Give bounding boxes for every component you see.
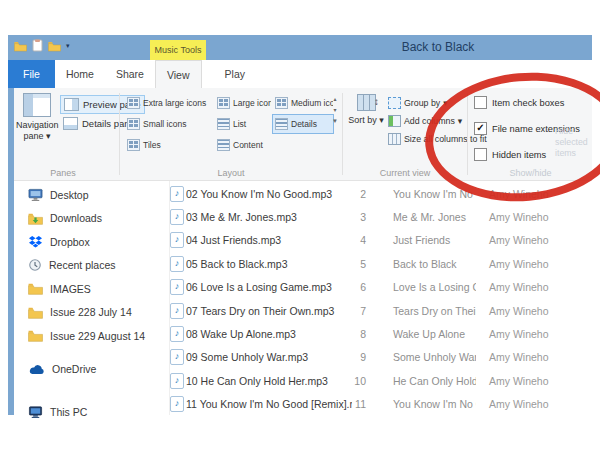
file-row[interactable]: ♪03 Me & Mr. Jones.mp33Me & Mr. JonesAmy…	[170, 205, 592, 228]
layout-item-label: Content	[233, 140, 263, 150]
sidebar-item-issue-229-august-14[interactable]: Issue 229 August 14	[14, 324, 169, 348]
track-number: 11	[352, 398, 366, 410]
paste-icon[interactable]	[32, 39, 43, 52]
gallery-more-icon[interactable]: ▼	[332, 116, 338, 127]
navigation-pane: DesktopDownloadsDropboxRecent placesIMAG…	[14, 183, 169, 424]
navigation-pane-label: Navigation pane	[16, 120, 59, 141]
dropbox-icon	[28, 235, 43, 249]
sidebar-item-images[interactable]: IMAGES	[14, 277, 169, 301]
qat-caret-icon[interactable]: ▾	[66, 42, 70, 50]
music-file-icon: ♪	[170, 326, 184, 342]
contributing-artist: Amy Wineho	[476, 328, 592, 340]
navigation-pane-button[interactable]: Navigation pane ▾	[16, 92, 58, 164]
layout-item-content[interactable]: Content	[214, 135, 272, 155]
checkbox-label: Hidden items	[492, 150, 546, 160]
track-title: Some Unholy War	[366, 351, 476, 363]
music-file-icon: ♪	[170, 232, 184, 248]
details-pane-icon	[63, 117, 78, 130]
sidebar-item-label: OneDrive	[52, 363, 96, 375]
sort-by-label: Sort by	[348, 115, 377, 125]
medium-icons-icon	[275, 97, 288, 109]
contextual-tab-music-tools[interactable]: Music Tools	[150, 40, 206, 60]
preview-pane-icon	[64, 98, 79, 111]
file-row[interactable]: ♪05 Back to Black.mp35Back to BlackAmy W…	[170, 252, 592, 275]
contributing-artist: Amy Wineho	[476, 188, 592, 200]
track-number: 7	[352, 305, 366, 317]
tab-play[interactable]: Play	[214, 60, 256, 88]
file-name: 07 Tears Dry on Their Own.mp3	[186, 305, 352, 317]
gallery-up-icon[interactable]: ▴	[333, 94, 336, 105]
add-columns-button[interactable]: Add columns ▾	[388, 113, 462, 129]
checkbox-icon-file-name-extensions[interactable]: ✓	[474, 122, 487, 135]
layout-item-extra-large-icons[interactable]: Extra large icons	[124, 93, 214, 113]
layout-item-label: Extra large icons	[143, 98, 206, 108]
layout-gallery: Extra large iconsLarge iconsMedium icons…	[124, 93, 334, 155]
layout-item-medium-icons[interactable]: Medium icons	[272, 93, 334, 113]
dropdown-caret-icon: ▾	[46, 131, 51, 141]
track-title: Just Friends	[366, 234, 476, 246]
file-row[interactable]: ♪06 Love Is a Losing Game.mp36Love Is a …	[170, 276, 592, 299]
file-row[interactable]: ♪11 You Know I'm No Good [Remix].mp311Yo…	[170, 393, 592, 416]
contributing-artist: Amy Wineho	[476, 211, 592, 223]
sidebar-item-desktop[interactable]: Desktop	[14, 183, 169, 207]
contributing-artist: Amy Wineho	[476, 258, 592, 270]
file-row[interactable]: ♪09 Some Unholy War.mp39Some Unholy WarA…	[170, 346, 592, 369]
checkbox-icon-hidden-items[interactable]	[474, 148, 487, 161]
tab-share[interactable]: Share	[105, 60, 155, 88]
current-view-group-label: Current view	[344, 168, 466, 178]
track-number: 9	[352, 351, 366, 363]
checkbox-hidden-items[interactable]: Hidden items	[474, 148, 546, 161]
file-name: 05 Back to Black.mp3	[186, 258, 352, 270]
track-title: You Know I'm No Good [...	[366, 398, 476, 410]
layout-item-tiles[interactable]: Tiles	[124, 135, 214, 155]
layout-item-small-icons[interactable]: Small icons	[124, 114, 214, 134]
quick-access-toolbar: ▾	[14, 39, 70, 52]
app-folder-icon[interactable]	[14, 40, 27, 52]
group-by-button[interactable]: Group by ▾	[388, 95, 448, 111]
file-row[interactable]: ♪07 Tears Dry on Their Own.mp37Tears Dry…	[170, 299, 592, 322]
music-file-icon: ♪	[170, 396, 184, 412]
file-row[interactable]: ♪08 Wake Up Alone.mp38Wake Up AloneAmy W…	[170, 322, 592, 345]
group-by-label: Group by	[404, 98, 440, 108]
extra-large-icons-icon	[127, 97, 140, 109]
layout-item-large-icons[interactable]: Large icons	[214, 93, 272, 113]
layout-item-details[interactable]: Details	[272, 114, 334, 134]
sort-by-button[interactable]: ↕ Sort by ▾	[348, 93, 384, 126]
contributing-artist: Amy Wineho	[476, 281, 592, 293]
tab-view[interactable]: View	[155, 60, 202, 88]
layout-item-label: Tiles	[143, 140, 161, 150]
gallery-scroll-arrows: ▴ ▾ ▼	[330, 94, 340, 126]
layout-item-list[interactable]: List	[214, 114, 272, 134]
checkbox-icon-item-check-boxes[interactable]	[474, 96, 487, 109]
dropdown-caret-icon: ▾	[379, 115, 384, 125]
sort-updown-icon: ↕	[374, 96, 379, 108]
sidebar-item-recent-places[interactable]: Recent places	[14, 254, 169, 278]
file-row[interactable]: ♪10 He Can Only Hold Her.mp310He Can Onl…	[170, 369, 592, 392]
tab-home[interactable]: Home	[55, 60, 105, 88]
tab-file[interactable]: File	[8, 60, 55, 88]
sidebar-item-this-pc[interactable]: This PC	[14, 400, 169, 424]
sidebar-item-onedrive[interactable]: OneDrive	[14, 358, 169, 382]
folder-icon	[28, 306, 43, 319]
dropdown-caret-icon: ▾	[458, 116, 462, 126]
sort-by-icon	[357, 94, 376, 111]
qat-folder-icon[interactable]	[48, 40, 61, 52]
large-icons-icon	[217, 97, 230, 109]
gallery-down-icon[interactable]: ▾	[333, 105, 336, 116]
desktop-icon	[28, 188, 43, 202]
file-row[interactable]: ♪04 Just Friends.mp34Just FriendsAmy Win…	[170, 229, 592, 252]
list-icon	[217, 118, 230, 130]
track-title: Love Is a Losing Game	[366, 281, 476, 293]
checkbox-item-check-boxes[interactable]: Item check boxes	[474, 96, 564, 109]
tiles-icon	[127, 139, 140, 151]
ribbon-separator	[119, 93, 120, 175]
file-row[interactable]: ♪02 You Know I'm No Good.mp32You Know I'…	[170, 182, 592, 205]
hide-selected-items-button[interactable]: Hide selected items	[555, 126, 599, 159]
sidebar-item-downloads[interactable]: Downloads	[14, 207, 169, 231]
ribbon-group-show-hide: Item check boxes✓File name extensionsHid…	[469, 88, 592, 180]
add-columns-icon	[388, 115, 401, 127]
track-title: Back to Black	[366, 258, 476, 270]
track-number: 2	[352, 188, 366, 200]
sidebar-item-issue-228-july-14[interactable]: Issue 228 July 14	[14, 301, 169, 325]
sidebar-item-dropbox[interactable]: Dropbox	[14, 230, 169, 254]
